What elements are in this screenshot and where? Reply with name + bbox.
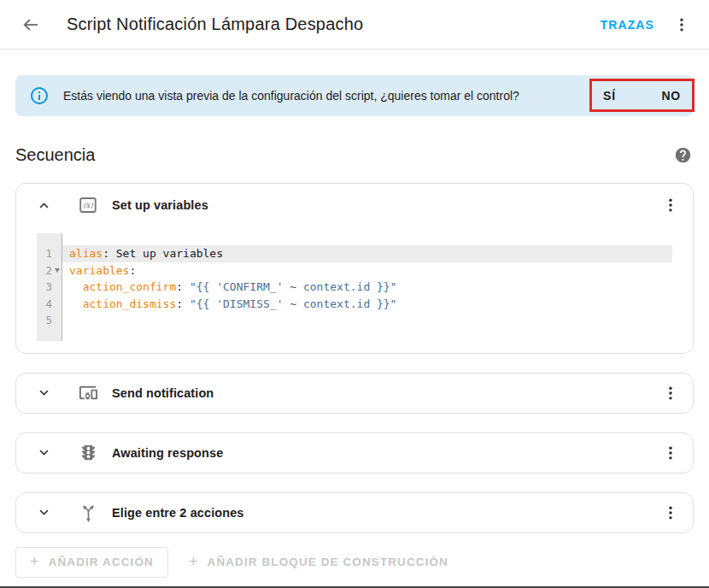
expand-button[interactable]: [25, 434, 62, 472]
annotation-highlight-box: SÍ NO: [589, 79, 694, 112]
banner-message: Estás viendo una vista previa de la conf…: [63, 89, 519, 103]
editor-gutter: 12345: [37, 233, 62, 341]
chevron-up-icon: [36, 197, 52, 214]
chevron-down-icon: [36, 444, 52, 461]
code-line: alias: Set up variables: [62, 245, 672, 262]
yaml-code-editor[interactable]: 12345 alias: Set up variablesvariables: …: [37, 233, 672, 341]
card-header[interactable]: Elige entre 2 acciones: [16, 493, 693, 532]
overflow-menu-button[interactable]: [665, 8, 699, 42]
variable-icon: (x): [78, 195, 98, 215]
action-card-send-notification: Send notification: [15, 373, 694, 414]
devices-icon: [78, 383, 98, 403]
kebab-icon: [661, 384, 680, 403]
kebab-icon: [661, 503, 680, 522]
svg-text:(x): (x): [83, 201, 93, 209]
help-circle-icon: [674, 146, 692, 164]
gutter-line: 3: [37, 279, 62, 296]
info-icon: [29, 85, 50, 106]
chevron-down-icon: [36, 385, 52, 401]
card-header[interactable]: Send notification: [16, 373, 693, 413]
traffic-light-icon: [78, 443, 98, 463]
line-number: 3: [37, 279, 52, 296]
expand-button[interactable]: [25, 374, 62, 412]
fold-toggle-icon[interactable]: [55, 268, 60, 273]
expand-button[interactable]: [25, 494, 62, 532]
arrow-left-icon: [21, 15, 41, 35]
gutter-line: 2: [37, 262, 62, 279]
plus-icon: +: [189, 553, 199, 571]
code-line: action_confirm: "{{ 'CONFIRM_' ~ context…: [62, 279, 672, 296]
add-building-block-label: AÑADIR BLOQUE DE CONSTRUCCIÓN: [208, 556, 448, 568]
add-building-block-button[interactable]: + AÑADIR BLOQUE DE CONSTRUCCIÓN: [175, 547, 462, 578]
line-number: 1: [37, 245, 52, 262]
footer-actions: + AÑADIR ACCIÓN + AÑADIR BLOQUE DE CONST…: [15, 547, 694, 578]
action-card-awaiting-response: Awaiting response: [15, 432, 694, 473]
card-title: Set up variables: [112, 198, 208, 212]
line-number: 2: [37, 262, 52, 279]
line-number: 5: [37, 312, 52, 329]
card-menu-button[interactable]: [653, 436, 688, 470]
add-action-button[interactable]: + AÑADIR ACCIÓN: [15, 547, 168, 578]
card-header[interactable]: (x) Set up variables: [16, 184, 693, 226]
take-control-no-button[interactable]: NO: [661, 89, 681, 103]
gutter-line: 5: [37, 312, 62, 329]
card-header[interactable]: Awaiting response: [16, 433, 693, 473]
main-content: Estás viendo una vista previa de la conf…: [0, 75, 709, 578]
take-control-yes-button[interactable]: SÍ: [603, 89, 616, 103]
plus-icon: +: [30, 553, 40, 571]
action-card-set-up-variables: (x) Set up variables 12345 alias: Set up…: [15, 183, 694, 354]
gutter-line: 1: [37, 245, 62, 262]
line-number: 4: [37, 296, 52, 313]
card-menu-button[interactable]: [653, 376, 688, 410]
kebab-icon: [661, 196, 680, 215]
preview-alert-banner: Estás viendo una vista previa de la conf…: [15, 75, 694, 116]
back-button[interactable]: [14, 8, 48, 42]
card-menu-button[interactable]: [653, 496, 688, 530]
add-action-label: AÑADIR ACCIÓN: [49, 556, 154, 568]
card-title: Elige entre 2 acciones: [112, 506, 244, 520]
action-card-choose: Elige entre 2 acciones: [15, 492, 694, 533]
page-title: Script Notificación Lámpara Despacho: [67, 15, 590, 34]
card-menu-button[interactable]: [653, 188, 688, 222]
app-header: Script Notificación Lámpara Despacho TRA…: [0, 0, 709, 50]
card-title: Send notification: [112, 386, 214, 400]
traces-button[interactable]: TRAZAS: [590, 18, 665, 32]
help-button[interactable]: [671, 144, 694, 166]
code-line: action_dismiss: "{{ 'DISMISS_' ~ context…: [62, 296, 672, 313]
kebab-icon: [661, 444, 680, 462]
kebab-icon: [672, 15, 691, 34]
editor-content[interactable]: alias: Set up variablesvariables: action…: [62, 233, 672, 341]
code-line: [62, 312, 672, 329]
sequence-section-header: Secuencia: [15, 144, 694, 166]
code-line: variables:: [62, 262, 672, 279]
arrow-decision-icon: [78, 503, 98, 523]
gutter-line: 4: [37, 296, 62, 313]
chevron-down-icon: [36, 504, 52, 520]
collapse-button[interactable]: [25, 186, 62, 224]
section-title: Secuencia: [15, 145, 95, 165]
card-title: Awaiting response: [112, 446, 223, 460]
